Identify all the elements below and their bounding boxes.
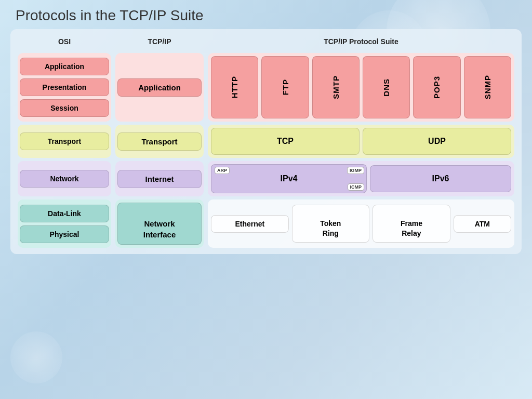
suite-snmp-box: SNMP	[464, 56, 511, 118]
osi-transport-cell: Transport	[18, 125, 111, 158]
tcpip-application-label: Application	[138, 83, 181, 92]
suite-http-box: HTTP	[211, 56, 258, 118]
tcpip-application-box: Application	[117, 78, 202, 97]
osi-application-cell: Application Presentation Session	[18, 53, 111, 122]
suite-http-label: HTTP	[230, 76, 239, 98]
suite-ipv4-box: ARP IPv4 IGMP ICMP	[211, 164, 367, 193]
osi-presentation-label: Presentation	[43, 83, 87, 91]
osi-header: OSI	[18, 35, 111, 48]
suite-dns-label: DNS	[382, 78, 391, 97]
suite-snmp-label: SNMP	[483, 75, 492, 99]
suite-ftp-label: FTP	[281, 79, 290, 95]
tcpip-internet-cell: Internet	[115, 161, 204, 196]
transport-row: Transport Transport TCP UDP	[18, 125, 514, 158]
osi-physical-label: Physical	[50, 230, 79, 238]
suite-atm-label: ATM	[475, 220, 490, 228]
tcpip-netinterface-cell: Network Interface	[115, 200, 204, 248]
suite-smtp-label: SMTP	[331, 75, 340, 99]
suite-udp-box: UDP	[363, 128, 511, 155]
suite-ftp-box: FTP	[261, 56, 309, 118]
tcpip-application-cell: Application	[115, 53, 204, 122]
osi-network-label: Network	[50, 175, 78, 183]
suite-header: TCP/IP Protocol Suite	[208, 35, 514, 48]
main-diagram: OSI TCP/IP TCP/IP Protocol Suite Applica…	[10, 29, 522, 254]
suite-framerelay-label: Frame Relay	[401, 219, 422, 237]
header-row: OSI TCP/IP TCP/IP Protocol Suite	[18, 35, 514, 48]
page-title: Protocols in the TCP/IP Suite	[0, 0, 532, 29]
osi-network-cell: Network	[18, 161, 111, 196]
suite-ethernet-box: Ethernet	[211, 215, 289, 233]
igmp-badge: IGMP	[347, 167, 364, 174]
osi-network-box: Network	[20, 170, 109, 188]
osi-datalink-box: Data-Link	[20, 205, 109, 222]
osi-session-label: Session	[50, 104, 78, 112]
network-row: Network Internet ARP IPv4 IGMP ICMP IPv6	[18, 161, 514, 196]
suite-pop3-label: POP3	[432, 76, 441, 99]
suite-smtp-box: SMTP	[312, 56, 360, 118]
icmp-badge: ICMP	[348, 183, 365, 191]
suite-tokenring-label: Token Ring	[320, 219, 341, 237]
suite-tcp-box: TCP	[211, 128, 360, 155]
arp-badge: ARP	[215, 167, 230, 174]
datalink-row: Data-Link Physical Network Interface Eth…	[18, 200, 514, 248]
suite-tcp-label: TCP	[277, 137, 294, 145]
suite-application-cell: HTTP FTP SMTP DNS POP3 SNMP	[208, 53, 514, 122]
tcpip-internet-box: Internet	[117, 170, 202, 188]
osi-datalink-cell: Data-Link Physical	[18, 200, 111, 248]
ipv4-container: ARP IPv4 IGMP ICMP	[211, 164, 367, 193]
tcpip-netinterface-box: Network Interface	[117, 203, 202, 245]
tcpip-transport-box: Transport	[117, 132, 202, 151]
suite-atm-box: ATM	[454, 215, 511, 233]
tcpip-netinterface-label: Network Interface	[143, 219, 176, 239]
ipv4-label: IPv4	[281, 174, 298, 183]
suite-datalink-cell: Ethernet Token Ring Frame Relay ATM	[208, 200, 514, 248]
osi-session-box: Session	[20, 99, 109, 117]
suite-udp-label: UDP	[428, 137, 446, 145]
tcpip-transport-cell: Transport	[115, 125, 204, 158]
osi-physical-box: Physical	[20, 225, 109, 243]
suite-ipv6-box: IPv6	[370, 165, 511, 192]
suite-tokenring-box: Token Ring	[292, 205, 370, 243]
tcpip-internet-label: Internet	[145, 175, 174, 183]
suite-framerelay-box: Frame Relay	[373, 205, 450, 243]
suite-transport-cell: TCP UDP	[208, 125, 514, 158]
osi-application-box: Application	[20, 58, 109, 75]
suite-ethernet-label: Ethernet	[235, 220, 264, 228]
application-row: Application Presentation Session Applica…	[18, 53, 514, 122]
suite-pop3-box: POP3	[413, 56, 460, 118]
osi-datalink-label: Data-Link	[48, 209, 81, 218]
tcpip-transport-label: Transport	[141, 137, 177, 146]
osi-transport-label: Transport	[48, 137, 82, 145]
osi-presentation-box: Presentation	[20, 78, 109, 96]
suite-network-cell: ARP IPv4 IGMP ICMP IPv6	[208, 161, 514, 196]
ipv6-label: IPv6	[432, 174, 449, 183]
suite-dns-box: DNS	[363, 56, 410, 118]
tcpip-header: TCP/IP	[115, 35, 204, 48]
osi-application-label: Application	[45, 62, 84, 71]
osi-transport-box: Transport	[20, 132, 109, 150]
